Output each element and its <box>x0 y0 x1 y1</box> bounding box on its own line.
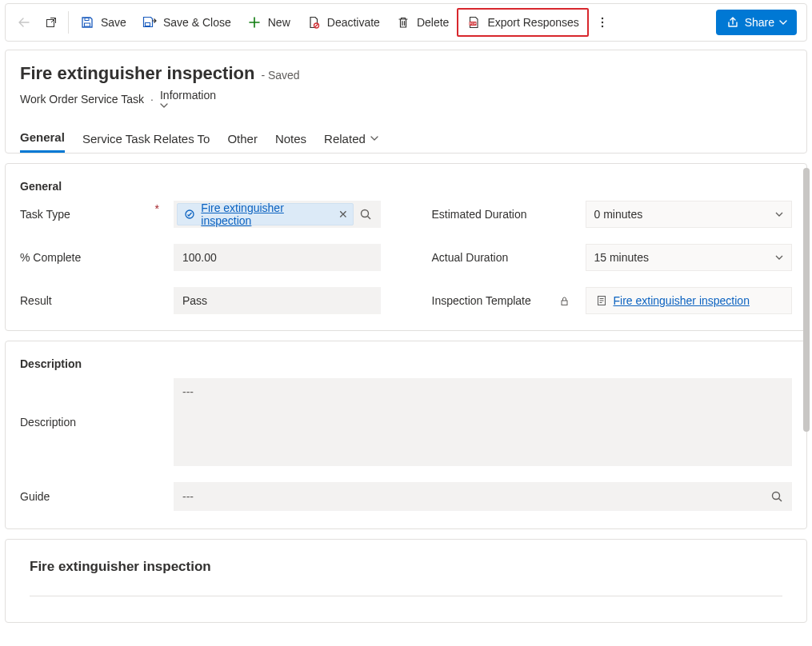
search-icon[interactable] <box>354 208 377 221</box>
tab-relates-to[interactable]: Service Task Relates To <box>82 124 210 153</box>
save-close-icon <box>142 15 157 30</box>
save-close-label: Save & Close <box>163 16 231 29</box>
pdf-icon: PDF <box>466 15 481 30</box>
form-name: Information <box>160 89 216 102</box>
template-icon <box>594 293 609 308</box>
saved-status: - Saved <box>261 69 299 82</box>
record-header-card: Fire extinguisher inspection - Saved Wor… <box>5 50 807 154</box>
tab-general[interactable]: General <box>20 124 65 153</box>
form-selector[interactable]: Information <box>160 89 221 110</box>
description-value: --- <box>182 385 194 398</box>
export-responses-button[interactable]: PDF Export Responses <box>457 8 588 37</box>
chevron-down-icon <box>775 253 783 261</box>
separator <box>68 11 69 34</box>
svg-point-11 <box>361 210 368 217</box>
label-inspection-template: Inspection Template <box>432 287 576 314</box>
section-title-description: Description <box>20 354 792 378</box>
lookup-chip-task-type[interactable]: Fire extinguisher inspection ✕ <box>177 203 354 225</box>
popout-button[interactable] <box>38 8 65 37</box>
inspection-form-title: Fire extinguisher inspection <box>30 559 782 575</box>
popout-icon <box>44 15 58 30</box>
share-button[interactable]: Share <box>716 10 797 35</box>
est-duration-value: 0 minutes <box>594 208 643 221</box>
required-indicator: * <box>155 202 159 215</box>
act-duration-value: 15 minutes <box>594 251 649 264</box>
remove-lookup-icon[interactable]: ✕ <box>338 208 348 221</box>
separator-dot: · <box>150 93 154 106</box>
section-general: General Task Type * Fire extinguisher in… <box>5 163 807 331</box>
section-title-general: General <box>20 177 792 201</box>
share-icon <box>726 15 740 30</box>
label-est-duration: Estimated Duration <box>432 201 576 228</box>
tab-other[interactable]: Other <box>227 124 258 153</box>
tab-notes[interactable]: Notes <box>275 124 306 153</box>
svg-point-8 <box>602 22 603 23</box>
svg-rect-1 <box>85 23 90 26</box>
chevron-down-icon <box>160 102 221 110</box>
label-description: Description <box>20 378 164 466</box>
pct-complete-value: 100.00 <box>182 251 217 264</box>
scrollbar-thumb[interactable] <box>803 168 810 432</box>
section-inspection-form: Fire extinguisher inspection <box>5 539 807 623</box>
field-pct-complete[interactable]: 100.00 <box>174 244 381 271</box>
export-responses-label: Export Responses <box>487 16 578 29</box>
search-icon[interactable] <box>770 490 783 503</box>
entity-icon <box>182 207 196 221</box>
field-task-type[interactable]: Fire extinguisher inspection ✕ <box>174 201 381 228</box>
tab-related-label: Related <box>324 132 366 146</box>
lock-icon <box>557 296 573 306</box>
svg-point-9 <box>602 26 603 27</box>
record-title: Fire extinguisher inspection <box>20 63 254 84</box>
entity-name: Work Order Service Task <box>20 93 144 106</box>
back-button[interactable] <box>10 8 38 37</box>
save-label: Save <box>101 16 126 29</box>
field-result[interactable]: Pass <box>174 287 381 314</box>
new-button[interactable]: New <box>239 8 298 37</box>
deactivate-button[interactable]: Deactivate <box>298 8 388 37</box>
inspection-template-link[interactable]: Fire extinguisher inspection <box>614 294 750 307</box>
tab-related[interactable]: Related <box>324 124 378 153</box>
deactivate-label: Deactivate <box>327 16 380 29</box>
deactivate-icon <box>306 15 321 30</box>
svg-text:PDF: PDF <box>470 22 477 26</box>
label-pct-complete: % Complete <box>20 244 164 271</box>
guide-value: --- <box>182 490 194 503</box>
label-task-type: Task Type * <box>20 201 164 228</box>
svg-rect-3 <box>145 23 150 26</box>
chevron-down-icon <box>779 18 787 26</box>
svg-rect-2 <box>85 18 89 21</box>
svg-rect-12 <box>562 301 567 305</box>
plus-icon <box>247 15 262 30</box>
label-act-duration: Actual Duration <box>432 244 576 271</box>
overflow-button[interactable] <box>589 8 616 37</box>
field-est-duration[interactable]: 0 minutes <box>586 201 793 228</box>
more-vertical-icon <box>595 15 610 30</box>
label-result: Result <box>20 287 164 314</box>
arrow-left-icon <box>17 15 31 30</box>
label-guide: Guide <box>20 482 164 511</box>
chevron-down-icon <box>775 210 783 218</box>
share-label: Share <box>745 16 774 29</box>
save-icon <box>80 15 94 30</box>
result-value: Pass <box>182 294 207 307</box>
delete-label: Delete <box>417 16 449 29</box>
chevron-down-icon <box>370 134 378 142</box>
tab-list: General Service Task Relates To Other No… <box>20 124 792 153</box>
delete-button[interactable]: Delete <box>388 8 457 37</box>
divider <box>30 596 782 596</box>
field-guide[interactable]: --- <box>174 482 792 511</box>
section-description: Description Description --- Guide --- <box>5 341 807 529</box>
field-act-duration[interactable]: 15 minutes <box>586 244 793 271</box>
lookup-chip-text: Fire extinguisher inspection <box>201 201 332 227</box>
trash-icon <box>396 15 410 30</box>
new-label: New <box>268 16 290 29</box>
svg-point-7 <box>602 18 603 19</box>
field-description[interactable]: --- <box>174 378 792 466</box>
save-close-button[interactable]: Save & Close <box>134 8 239 37</box>
save-button[interactable]: Save <box>72 8 134 37</box>
command-bar: Save Save & Close New Deactivate Delete … <box>5 3 807 42</box>
svg-point-14 <box>773 492 780 500</box>
field-inspection-template: Fire extinguisher inspection <box>586 287 793 314</box>
vertical-scrollbar[interactable] <box>803 48 811 640</box>
